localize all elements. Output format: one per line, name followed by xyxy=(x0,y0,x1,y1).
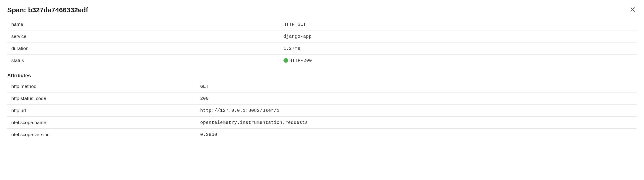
attribute-row: http.status_code200 xyxy=(7,93,637,105)
attributes-title: Attributes xyxy=(7,73,637,79)
summary-value: HTTP-200 xyxy=(284,58,312,63)
header: Span: b327da7466332edf xyxy=(7,6,637,14)
attribute-key: http.url xyxy=(11,108,200,113)
attribute-key: http.status_code xyxy=(11,96,200,101)
attribute-key: http.method xyxy=(11,84,200,89)
summary-key: status xyxy=(11,58,284,63)
page-title: Span: b327da7466332edf xyxy=(7,6,88,14)
close-icon xyxy=(630,6,636,13)
attribute-value: 200 xyxy=(200,96,209,101)
summary-section: nameHTTP GETservicedjango-appduration1.2… xyxy=(7,18,637,66)
attribute-key: otel.scope.name xyxy=(11,120,200,125)
summary-key: name xyxy=(11,22,284,27)
summary-row: statusHTTP-200 xyxy=(7,55,637,66)
summary-row: duration1.27ms xyxy=(7,43,637,55)
attribute-value: GET xyxy=(200,84,209,89)
summary-key: duration xyxy=(11,46,284,51)
attribute-value: opentelemetry.instrumentation.requests xyxy=(200,120,308,125)
attribute-row: otel.scope.nameopentelemetry.instrumenta… xyxy=(7,117,637,129)
attribute-value: http://127.0.0.1:8082/user/1 xyxy=(200,108,280,113)
summary-value-text: 1.27ms xyxy=(284,46,300,51)
attribute-value: 0.38b0 xyxy=(200,132,217,137)
summary-value-text: HTTP GET xyxy=(284,22,306,27)
close-button[interactable] xyxy=(628,6,637,14)
attributes-section: Attributes http.methodGEThttp.status_cod… xyxy=(7,73,637,140)
attribute-row: http.methodGET xyxy=(7,80,637,93)
summary-value: 1.27ms xyxy=(284,46,300,51)
check-circle-icon xyxy=(284,58,288,63)
summary-value-text: HTTP-200 xyxy=(289,58,312,63)
summary-row: nameHTTP GET xyxy=(7,18,637,30)
attribute-row: http.urlhttp://127.0.0.1:8082/user/1 xyxy=(7,105,637,117)
summary-row: servicedjango-app xyxy=(7,30,637,43)
summary-key: service xyxy=(11,34,284,39)
summary-value-text: django-app xyxy=(284,34,312,39)
attribute-row: otel.scope.version0.38b0 xyxy=(7,129,637,140)
summary-value: HTTP GET xyxy=(284,22,306,27)
summary-value: django-app xyxy=(284,34,312,39)
attribute-key: otel.scope.version xyxy=(11,132,200,137)
